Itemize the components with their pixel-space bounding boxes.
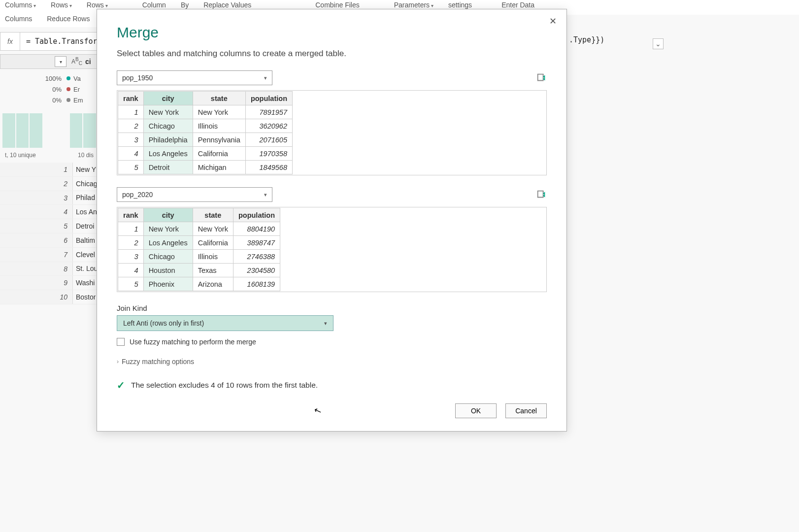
ribbon-item[interactable]: Enter Data xyxy=(501,0,534,9)
table-row[interactable]: 5PhoenixArizona1608139 xyxy=(118,277,280,291)
ribbon-item[interactable]: settings xyxy=(448,0,472,9)
table-row[interactable]: 1New YorkNew York7891957 xyxy=(118,105,293,119)
table1-select[interactable]: pop_1950 xyxy=(117,70,272,85)
table2-preview: rankcitystatepopulation1New YorkNew York… xyxy=(117,207,547,292)
list-item[interactable]: 1New Y xyxy=(0,163,99,177)
table-row[interactable]: 2Los AngelesCalifornia3898747 xyxy=(118,236,280,250)
column-header-population[interactable]: population xyxy=(233,208,280,222)
list-item[interactable]: 10Bostor xyxy=(0,290,99,304)
list-item[interactable]: 2Chicag xyxy=(0,177,99,191)
refresh-icon[interactable] xyxy=(536,189,547,200)
join-kind-label: Join Kind xyxy=(117,304,547,312)
dialog-subtitle: Select tables and matching columns to cr… xyxy=(117,49,547,59)
fuzzy-matching-checkbox[interactable] xyxy=(117,338,125,346)
dialog-title: Merge xyxy=(117,24,547,41)
fuzzy-options-expander[interactable]: › Fuzzy matching options xyxy=(117,358,547,366)
ok-button[interactable]: OK xyxy=(455,403,497,418)
check-icon: ✓ xyxy=(117,379,125,391)
error-dot-icon xyxy=(67,87,70,91)
ribbon-tab[interactable]: Columns xyxy=(5,15,32,27)
column-quality: 100%Va 0%Er 0%Em xyxy=(0,73,99,105)
list-item[interactable]: 4Los An xyxy=(0,205,99,219)
formula-text-right: .Type}}) xyxy=(569,35,604,44)
table-row[interactable]: 5DetroitMichigan1849568 xyxy=(118,161,293,174)
column-header-state[interactable]: state xyxy=(193,208,233,222)
list-item[interactable]: 3Philad xyxy=(0,191,99,205)
table-row[interactable]: 3PhiladelphiaPennsylvania2071605 xyxy=(118,133,293,147)
column-header-state[interactable]: state xyxy=(193,92,245,105)
refresh-icon[interactable] xyxy=(536,72,547,83)
formula-expand-icon[interactable] xyxy=(653,38,664,49)
table-row[interactable]: 3ChicagoIllinois2746388 xyxy=(118,250,280,264)
status-message: ✓ The selection excludes 4 of 10 rows fr… xyxy=(117,379,547,391)
list-item[interactable]: 9Washi xyxy=(0,276,99,290)
close-button[interactable]: ✕ xyxy=(546,14,560,28)
ribbon-tabs: Columns Reduce Rows xyxy=(0,15,99,27)
merge-dialog: ✕ Merge Select tables and matching colum… xyxy=(97,9,567,432)
ribbon-item[interactable]: Replace Values xyxy=(203,0,251,9)
cancel-button[interactable]: Cancel xyxy=(505,403,547,418)
table-row[interactable]: 4Los AngelesCalifornia1970358 xyxy=(118,147,293,161)
ribbon-item[interactable]: Columns xyxy=(5,0,36,9)
join-kind-select[interactable]: Left Anti (rows only in first) xyxy=(117,315,333,331)
empty-dot-icon xyxy=(67,98,70,102)
ribbon-item[interactable]: By xyxy=(181,0,189,9)
column-header-population[interactable]: population xyxy=(245,92,292,105)
valid-dot-icon xyxy=(67,76,70,80)
column-type-dropdown[interactable]: ▾ xyxy=(55,56,67,67)
ribbon-item[interactable]: Rows xyxy=(87,0,108,9)
table-row[interactable]: 2ChicagoIllinois3620962 xyxy=(118,119,293,133)
column-header-city[interactable]: city xyxy=(143,92,193,105)
fuzzy-matching-label: Use fuzzy matching to perform the merge xyxy=(130,338,256,346)
formula-text[interactable]: = Table.Transfor xyxy=(20,37,98,46)
background-data-list: 1New Y2Chicag3Philad4Los An5Detroi6Balti… xyxy=(0,163,99,304)
table-row[interactable]: 4HoustonTexas2304580 xyxy=(118,264,280,277)
column-header-rank[interactable]: rank xyxy=(118,92,144,105)
ribbon-item[interactable]: Combine Files xyxy=(315,0,359,9)
distribution-chart xyxy=(0,108,99,148)
table2-select[interactable]: pop_2020 xyxy=(117,187,272,202)
list-item[interactable]: 6Baltim xyxy=(0,233,99,248)
table-row[interactable]: 1New YorkNew York8804190 xyxy=(118,222,280,236)
cursor-icon: ↖ xyxy=(312,404,323,417)
list-item[interactable]: 8St. Lou xyxy=(0,262,99,276)
distribution-label: t, 10 unique 10 dis xyxy=(0,152,99,159)
table1-preview: rankcitystatepopulation1New YorkNew York… xyxy=(117,90,547,175)
column-name: ci xyxy=(85,58,91,66)
column-header-rank[interactable]: rank xyxy=(118,208,144,222)
column-header-city[interactable]: city xyxy=(143,208,193,222)
column-type-icon: ABC xyxy=(71,57,82,66)
list-item[interactable]: 7Clevel xyxy=(0,248,99,262)
ribbon-tab[interactable]: Reduce Rows xyxy=(47,15,90,27)
ribbon-item[interactable]: Parameters xyxy=(394,0,433,9)
ribbon-item[interactable]: Column xyxy=(142,0,166,9)
chevron-right-icon: › xyxy=(117,358,119,365)
fx-icon[interactable]: fx xyxy=(0,33,20,50)
list-item[interactable]: 5Detroi xyxy=(0,219,99,233)
column-header: ▾ ABC ci xyxy=(0,54,99,69)
ribbon-item[interactable]: Rows xyxy=(51,0,72,9)
formula-bar: fx = Table.Transfor xyxy=(0,32,99,51)
